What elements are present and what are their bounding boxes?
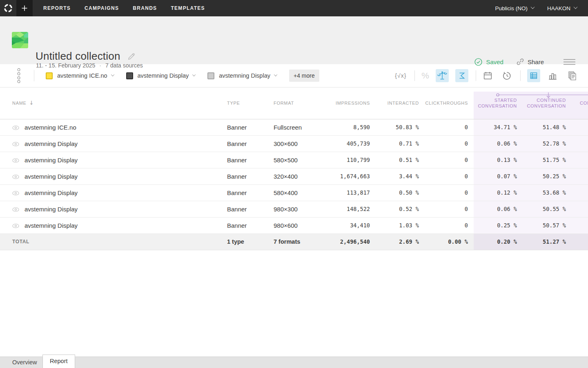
visibility-eye-icon[interactable] bbox=[12, 142, 19, 146]
history-button[interactable] bbox=[502, 71, 512, 81]
chevron-down-icon[interactable] bbox=[111, 73, 114, 76]
total-clickthroughs: 0.00 % bbox=[419, 233, 474, 250]
table-view-button[interactable] bbox=[527, 69, 540, 82]
check-circle-icon bbox=[474, 58, 482, 66]
sum-button[interactable] bbox=[455, 69, 468, 82]
chevron-down-icon[interactable] bbox=[192, 73, 196, 76]
row-truncated-cell bbox=[574, 152, 588, 168]
visibility-eye-icon[interactable] bbox=[12, 207, 19, 212]
sort-descending-icon: ↓ bbox=[29, 100, 34, 106]
create-new-button[interactable] bbox=[16, 0, 33, 16]
row-clickthroughs: 0 bbox=[419, 217, 474, 233]
date-range-button[interactable] bbox=[483, 71, 493, 81]
data-sources-count: 7 data sources bbox=[105, 62, 143, 69]
row-name: avstemning Display bbox=[24, 222, 78, 229]
column-header-type[interactable]: TYPE bbox=[227, 88, 274, 119]
collection-meta: 11. - 15. February 2025 · 7 data sources bbox=[36, 62, 143, 69]
source-label: avstemning Display bbox=[138, 72, 189, 79]
row-format: 980×300 bbox=[274, 201, 310, 217]
table-row[interactable]: avstemning Display Banner 980×300 148,52… bbox=[0, 201, 588, 217]
row-name: avstemning Display bbox=[24, 189, 78, 196]
visibility-eye-icon[interactable] bbox=[12, 126, 19, 130]
row-truncated-cell bbox=[574, 184, 588, 201]
nav-menu-item[interactable]: CAMPAIGNS bbox=[85, 0, 119, 16]
total-truncated-cell bbox=[574, 233, 588, 250]
table-row[interactable]: avstemning Display Banner 980×600 34,410… bbox=[0, 217, 588, 233]
formula-icon: {√x} bbox=[395, 72, 406, 79]
visibility-eye-icon[interactable] bbox=[12, 158, 19, 163]
row-clickthroughs: 0 bbox=[419, 184, 474, 201]
copy-pages-button[interactable] bbox=[567, 70, 577, 81]
more-sources-button[interactable]: +4 more bbox=[289, 70, 319, 82]
row-continued-conversation: 51.75 % bbox=[525, 152, 574, 168]
row-name: avstemning ICE.no bbox=[24, 124, 76, 131]
row-continued-conversation: 50.25 % bbox=[525, 168, 574, 184]
column-header-format[interactable]: FORMAT bbox=[274, 88, 310, 119]
column-header-truncated[interactable]: CON bbox=[574, 88, 588, 119]
row-impressions: 405,739 bbox=[310, 135, 370, 152]
data-source-chip[interactable]: avstemning ICE.no bbox=[46, 72, 114, 79]
column-header-continued-conversation[interactable]: CONTINUED CONVERSATION bbox=[525, 88, 574, 119]
benchmark-button[interactable] bbox=[436, 69, 449, 82]
tab-overview[interactable]: Overview bbox=[12, 357, 37, 368]
column-header-name[interactable]: NAME↓ bbox=[0, 88, 227, 119]
row-clickthroughs: 0 bbox=[419, 168, 474, 184]
row-format: 580×400 bbox=[274, 184, 310, 201]
table-row[interactable]: avstemning Display Banner 580×400 113,81… bbox=[0, 184, 588, 201]
header-menu-button[interactable] bbox=[564, 59, 576, 65]
visibility-eye-icon[interactable] bbox=[12, 175, 19, 179]
drag-dots-icon bbox=[17, 68, 21, 83]
table-icon bbox=[530, 72, 538, 80]
column-header-started-conversation[interactable]: STARTED CONVERSATION bbox=[474, 88, 525, 119]
tab-report[interactable]: Report bbox=[42, 355, 75, 368]
visibility-eye-icon[interactable] bbox=[12, 191, 19, 195]
calendar-icon bbox=[483, 71, 493, 81]
formula-button[interactable]: {√x} bbox=[395, 72, 406, 79]
table-row[interactable]: avstemning Display Banner 300×600 405,73… bbox=[0, 135, 588, 152]
share-button[interactable]: Share bbox=[516, 57, 544, 66]
table-row[interactable]: avstemning ICE.no Banner Fullscreen 8,59… bbox=[0, 119, 588, 135]
row-interacted: 50.83 % bbox=[370, 119, 419, 135]
row-type: Banner bbox=[227, 152, 274, 168]
edit-title-button[interactable] bbox=[127, 52, 136, 61]
column-header-clickthroughs[interactable]: CLICKTHROUGHS bbox=[419, 88, 474, 119]
drag-handle[interactable] bbox=[17, 68, 21, 83]
saved-status: Saved bbox=[474, 58, 503, 66]
bottom-tab-bar bbox=[0, 357, 588, 368]
user-menu[interactable]: HAAKON bbox=[547, 5, 577, 11]
chart-view-button[interactable] bbox=[548, 71, 558, 81]
app-logo[interactable] bbox=[0, 0, 16, 16]
pencil-icon bbox=[127, 52, 136, 61]
row-format: 300×600 bbox=[274, 135, 310, 152]
plus-icon bbox=[21, 4, 28, 12]
nav-menu-item[interactable]: REPORTS bbox=[43, 0, 71, 16]
copy-documents-icon bbox=[567, 70, 577, 81]
table-row[interactable]: avstemning Display Banner 320×400 1,674,… bbox=[0, 168, 588, 184]
column-header-interacted[interactable]: INTERACTED bbox=[370, 88, 419, 119]
row-name: avstemning Display bbox=[24, 140, 78, 147]
nav-menu-item[interactable]: BRANDS bbox=[133, 0, 157, 16]
data-source-chip[interactable]: avstemning Display bbox=[207, 72, 277, 79]
divider bbox=[476, 70, 476, 81]
scales-icon bbox=[437, 70, 448, 81]
row-clickthroughs: 0 bbox=[419, 119, 474, 135]
chevron-down-icon[interactable] bbox=[274, 73, 277, 76]
row-type: Banner bbox=[227, 119, 274, 135]
row-interacted: 0.71 % bbox=[370, 135, 419, 152]
data-source-chip[interactable]: avstemning Display bbox=[126, 72, 196, 79]
user-label: HAAKON bbox=[547, 5, 570, 11]
divider bbox=[520, 70, 521, 81]
column-header-impressions[interactable]: IMPRESSIONS bbox=[310, 88, 370, 119]
percent-button[interactable]: % bbox=[421, 71, 429, 81]
table-row[interactable]: avstemning Display Banner 580×500 110,79… bbox=[0, 152, 588, 168]
sigma-icon bbox=[458, 72, 466, 80]
row-interacted: 0.52 % bbox=[370, 201, 419, 217]
row-clickthroughs: 0 bbox=[419, 135, 474, 152]
total-continued-conversation: 51.27 % bbox=[525, 233, 574, 250]
row-continued-conversation: 50.55 % bbox=[525, 201, 574, 217]
account-selector[interactable]: Publicis (NO) bbox=[495, 5, 534, 11]
visibility-eye-icon[interactable] bbox=[12, 224, 19, 228]
row-started-conversation: 0.12 % bbox=[474, 184, 525, 201]
row-truncated-cell bbox=[574, 201, 588, 217]
nav-menu-item[interactable]: TEMPLATES bbox=[171, 0, 205, 16]
